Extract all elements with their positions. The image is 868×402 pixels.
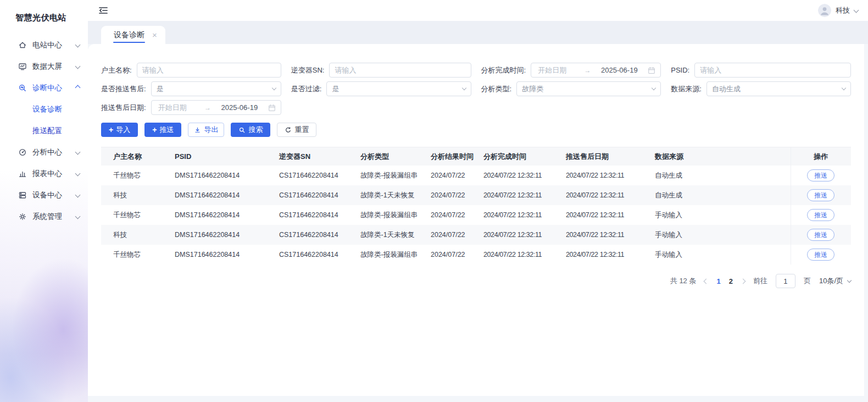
col-analysis-type: 分析类型 bbox=[348, 147, 425, 166]
chevron-down-icon bbox=[847, 278, 852, 283]
sidebar-item-system-management[interactable]: 系统管理 bbox=[0, 206, 88, 227]
export-button[interactable]: 导出 bbox=[188, 123, 224, 137]
cell-result-time: 2024/07/22 bbox=[425, 225, 478, 245]
page-button-2[interactable]: 2 bbox=[729, 277, 733, 285]
filter-label: 分析完成时间: bbox=[481, 65, 526, 75]
cell-analysis-type: 故障类-1天未恢复 bbox=[348, 185, 425, 205]
filtered-select[interactable]: 是 bbox=[326, 81, 471, 96]
close-icon[interactable]: × bbox=[152, 31, 157, 39]
sidebar-item-diagnosis-center[interactable]: 诊断中心 bbox=[0, 77, 88, 98]
push-aftersales-date-range-picker[interactable]: 开始日期 → 2025-06-19 bbox=[151, 100, 281, 115]
import-button[interactable]: + 导入 bbox=[101, 123, 138, 137]
row-push-button[interactable]: 推送 bbox=[807, 189, 834, 201]
row-push-button[interactable]: 推送 bbox=[807, 249, 834, 261]
chevron-up-icon bbox=[75, 85, 81, 91]
search-button[interactable]: 搜索 bbox=[231, 123, 270, 137]
select-value: 故障类 bbox=[522, 84, 543, 94]
row-push-button[interactable]: 推送 bbox=[807, 229, 834, 241]
plus-icon: + bbox=[109, 126, 113, 134]
sidebar-menu: 电站中心 数据大屏 诊断中心 设备诊断 推送配置 分析中心 报表中心 bbox=[0, 34, 88, 227]
push-button[interactable]: + 推送 bbox=[144, 123, 181, 137]
tab-device-diagnosis[interactable]: 设备诊断 × bbox=[101, 26, 165, 44]
sidebar-item-label: 电站中心 bbox=[32, 40, 62, 50]
cell-done-time: 2024/07/22 12:32:11 bbox=[478, 245, 560, 265]
cell-action: 推送 bbox=[791, 245, 851, 265]
home-icon bbox=[18, 41, 27, 49]
cell-psid: DMS1716462208414 bbox=[163, 225, 267, 245]
filter-label: 推送售后日期: bbox=[101, 103, 146, 113]
cell-action: 推送 bbox=[791, 185, 851, 205]
cell-push-date: 2024/07/22 12:32:11 bbox=[560, 225, 643, 245]
page-size-select[interactable]: 10条/页 bbox=[819, 276, 851, 286]
cell-inverter-sn: CS1716462208414 bbox=[267, 185, 348, 205]
plus-icon: + bbox=[152, 126, 157, 134]
cell-push-date: 2024/07/22 12:32:11 bbox=[560, 166, 643, 185]
cell-analysis-type: 故障类-1天未恢复 bbox=[348, 225, 425, 245]
next-page-button[interactable] bbox=[741, 279, 745, 283]
cell-psid: DMS1716462208414 bbox=[163, 166, 267, 185]
import-button-label: 导入 bbox=[116, 125, 130, 135]
analysis-icon bbox=[18, 148, 27, 157]
filter-inverter-sn: 逆变器SN: bbox=[291, 63, 471, 78]
cell-analysis-type: 故障类-报装漏组串 bbox=[348, 245, 425, 265]
analysis-type-select[interactable]: 故障类 bbox=[516, 81, 661, 96]
cell-push-date: 2024/07/22 12:32:11 bbox=[560, 245, 643, 265]
range-end-value: 2025-06-19 bbox=[595, 66, 643, 74]
filter-owner-name: 户主名称: bbox=[101, 63, 281, 78]
reset-button[interactable]: 重置 bbox=[277, 123, 316, 137]
sidebar-collapse-button[interactable] bbox=[98, 5, 109, 15]
col-push-date: 推送售后日期 bbox=[560, 147, 643, 166]
goto-page-input[interactable] bbox=[776, 274, 795, 288]
filter-label: 是否过滤: bbox=[291, 84, 322, 94]
cell-data-source: 手动输入 bbox=[643, 245, 791, 265]
cell-result-time: 2024/07/22 bbox=[425, 185, 478, 205]
sidebar-subitem-device-diagnosis[interactable]: 设备诊断 bbox=[0, 98, 88, 120]
cell-owner-name: 千丝物芯 bbox=[101, 205, 163, 225]
sidebar-item-label: 数据大屏 bbox=[32, 62, 62, 71]
cell-inverter-sn: CS1716462208414 bbox=[267, 166, 348, 185]
chevron-down-icon bbox=[842, 86, 846, 90]
toolbar: + 导入 + 推送 导出 搜索 重置 bbox=[101, 123, 851, 137]
report-icon bbox=[18, 169, 27, 178]
sidebar-item-station-center[interactable]: 电站中心 bbox=[0, 34, 88, 56]
chevron-down-icon bbox=[75, 214, 81, 219]
sidebar-item-analysis-center[interactable]: 分析中心 bbox=[0, 141, 88, 163]
inverter-sn-input[interactable] bbox=[329, 63, 471, 78]
col-action: 操作 bbox=[791, 147, 851, 166]
gear-icon bbox=[18, 212, 27, 221]
table-row: 千丝物芯 DMS1716462208414 CS1716462208414 故障… bbox=[101, 245, 851, 265]
cell-psid: DMS1716462208414 bbox=[163, 205, 267, 225]
row-push-button[interactable]: 推送 bbox=[807, 169, 834, 181]
calendar-icon bbox=[268, 104, 276, 112]
row-push-button[interactable]: 推送 bbox=[807, 209, 834, 221]
owner-name-input[interactable] bbox=[137, 63, 281, 78]
diagnosis-table: 户主名称 PSID 逆变器SN 分析类型 分析结果时间 分析完成时间 推送售后日… bbox=[101, 147, 851, 265]
refresh-icon bbox=[285, 126, 292, 134]
cell-analysis-type: 故障类-报装漏组串 bbox=[348, 166, 425, 185]
chevron-down-icon bbox=[652, 86, 656, 90]
cell-done-time: 2024/07/22 12:32:11 bbox=[478, 205, 560, 225]
sidebar-item-device-center[interactable]: 设备中心 bbox=[0, 184, 88, 206]
psid-input[interactable] bbox=[694, 63, 851, 78]
push-aftersales-select[interactable]: 是 bbox=[151, 81, 281, 96]
cell-push-date: 2024/07/22 12:32:11 bbox=[560, 205, 643, 225]
analysis-done-time-range-picker[interactable]: 开始日期 → 2025-06-19 bbox=[531, 63, 661, 78]
cell-inverter-sn: CS1716462208414 bbox=[267, 205, 348, 225]
sidebar-item-report-center[interactable]: 报表中心 bbox=[0, 163, 88, 184]
data-source-select[interactable]: 自动生成 bbox=[706, 81, 851, 96]
sidebar-subitem-push-config[interactable]: 推送配置 bbox=[0, 120, 88, 141]
push-button-label: 推送 bbox=[159, 125, 174, 135]
cell-owner-name: 科技 bbox=[101, 225, 163, 245]
sidebar-subitem-label: 推送配置 bbox=[32, 126, 62, 136]
page-button-1[interactable]: 1 bbox=[716, 277, 720, 285]
search-icon bbox=[238, 126, 246, 134]
cell-result-time: 2024/07/22 bbox=[425, 205, 478, 225]
user-menu[interactable]: 科技 bbox=[818, 4, 858, 17]
cell-result-time: 2024/07/22 bbox=[425, 166, 478, 185]
sidebar-item-data-screen[interactable]: 数据大屏 bbox=[0, 56, 88, 77]
prev-page-button[interactable] bbox=[704, 279, 708, 283]
cell-owner-name: 千丝物芯 bbox=[101, 166, 163, 185]
chevron-down-icon bbox=[75, 150, 81, 155]
select-value: 是 bbox=[332, 84, 339, 94]
calendar-icon bbox=[648, 67, 655, 74]
